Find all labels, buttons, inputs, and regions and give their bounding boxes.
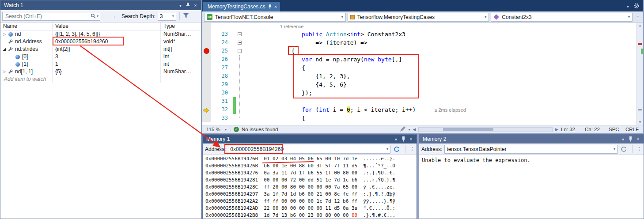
code-line[interactable]: 32 for (int i = 0; i < iterate; i++)≤ 2m… bbox=[202, 106, 643, 114]
breakpoint-margin[interactable] bbox=[202, 89, 211, 97]
search-box[interactable]: ▾ bbox=[2, 12, 100, 21]
address-chevron-icon[interactable]: ▾ bbox=[386, 147, 388, 151]
watch-value[interactable]: 0x000002556b194260 bbox=[53, 38, 161, 45]
zoom-select[interactable]: 115 % ▾ bbox=[205, 126, 228, 133]
code-line[interactable]: 25 { bbox=[202, 47, 643, 55]
outlining-margin[interactable] bbox=[236, 38, 243, 47]
memory1-address-input[interactable] bbox=[230, 146, 385, 152]
breakpoint-margin[interactable] bbox=[202, 38, 211, 47]
code-line[interactable]: 29 {4, 5, 6} bbox=[202, 80, 643, 89]
search-options-chevron-icon[interactable]: ▾ bbox=[97, 14, 98, 18]
outlining-margin[interactable] bbox=[236, 47, 243, 55]
watch-value[interactable] bbox=[53, 76, 161, 83]
code-line[interactable]: 26 var nd = np.array(new byte[,] bbox=[202, 55, 643, 64]
memory-row[interactable]: 0x000002556B19428Cff 20 00 80 00 00 00 0… bbox=[205, 184, 417, 191]
memory2-address-combo[interactable]: tensor.TensorDataPointer ▾ bbox=[444, 145, 617, 154]
collapse-region-icon[interactable] bbox=[238, 41, 242, 45]
codelens-row[interactable]: 1 reference bbox=[202, 23, 643, 30]
horizontal-scrollbar-thumb[interactable] bbox=[443, 128, 494, 131]
memory1-titlebar[interactable]: Memory 1 ▾ × bbox=[203, 135, 417, 143]
horizontal-scrollbar[interactable] bbox=[418, 127, 553, 132]
search-input[interactable] bbox=[5, 13, 91, 19]
code-editor[interactable]: 1 reference23 public Action<int> Constan… bbox=[202, 23, 643, 125]
code-line[interactable]: 23 public Action<int> Constant2x3 bbox=[202, 30, 643, 38]
scroll-up-icon[interactable]: ▲ bbox=[637, 23, 643, 28]
memory-row[interactable]: 0x000002556B19426Bb6 00 1e 00 88 b0 3f 5… bbox=[205, 162, 417, 170]
column-header-type[interactable]: Type bbox=[161, 23, 201, 30]
memory-row[interactable]: 0x000002556B1942973a 1f 7d 1d b6 00 21 0… bbox=[205, 191, 417, 198]
breakpoint-margin[interactable] bbox=[202, 47, 211, 55]
watch-value[interactable]: {int[2]} bbox=[53, 45, 161, 53]
vertical-scrollbar[interactable]: ▲ ▼ bbox=[636, 23, 643, 125]
collapse-arrow-icon[interactable]: ◢ bbox=[1, 45, 8, 53]
memory2-content[interactable]: Unable to evaluate the expression. bbox=[419, 155, 644, 219]
refresh-icon[interactable] bbox=[393, 146, 401, 152]
window-menu-icon[interactable]: ▾ bbox=[177, 2, 184, 9]
collapse-region-icon[interactable] bbox=[238, 49, 242, 53]
breakpoint-margin[interactable] bbox=[202, 97, 211, 106]
memory-row[interactable]: 0x000002556B19428100 00 00 72 00 dd 51 1… bbox=[205, 177, 417, 184]
watch-row[interactable]: ▷nd{[[1, 2, 3], [4, 5, 6]]}NumShar… bbox=[0, 30, 201, 38]
scroll-left-icon[interactable]: ◀ bbox=[413, 127, 416, 132]
watch-value[interactable]: {5} bbox=[53, 68, 161, 76]
scroll-down-icon[interactable]: ▼ bbox=[637, 120, 643, 125]
issues-status[interactable]: No issues found bbox=[242, 127, 278, 132]
breakpoint-margin[interactable] bbox=[202, 114, 211, 122]
toolbar-overflow-icon[interactable]: ⋮ bbox=[410, 146, 414, 152]
settings-gear-icon[interactable] bbox=[633, 3, 640, 10]
tab-memorytestingcases[interactable]: MemoryTestingCases.cs × bbox=[203, 2, 280, 11]
watch-value[interactable]: 3 bbox=[53, 53, 161, 60]
outlining-margin[interactable] bbox=[236, 23, 243, 30]
search-depth-select[interactable]: 3 ▾ bbox=[158, 12, 176, 21]
code-line[interactable]: 30 }); bbox=[202, 89, 643, 97]
breakpoint-margin[interactable] bbox=[202, 72, 211, 80]
watch-row[interactable]: [0]3int bbox=[0, 53, 201, 60]
memory-row[interactable]: 0x000002556B1942760a 3a 11 7d 1f b6 55 1… bbox=[205, 170, 417, 177]
add-watch-placeholder[interactable]: Add item to watch bbox=[0, 76, 46, 83]
splitter-icon[interactable]: ≡ bbox=[634, 13, 641, 22]
breakpoint-margin[interactable] bbox=[202, 64, 211, 72]
refresh-icon[interactable] bbox=[620, 146, 628, 152]
watch-value[interactable]: 1 bbox=[53, 60, 161, 68]
memory-row[interactable]: 0x000002556B1942AD22 00 80 00 00 00 00 1… bbox=[205, 205, 417, 212]
address-chevron-icon[interactable]: ▾ bbox=[614, 147, 615, 151]
watch-row[interactable]: Add item to watch bbox=[0, 76, 201, 83]
memory-row[interactable]: 0x000002556B19426001 02 03 04 05 06 65 0… bbox=[205, 155, 417, 162]
column-header-value[interactable]: Value bbox=[53, 23, 161, 30]
watch-row[interactable]: nd.Address0x000002556b194260void* bbox=[0, 38, 201, 45]
watch-row[interactable]: [1]1int bbox=[0, 60, 201, 68]
memory-dump[interactable]: 0x000002556B19426001 02 03 04 05 06 65 0… bbox=[203, 155, 417, 219]
code-cleanup-icon[interactable] bbox=[400, 126, 405, 133]
pin-icon[interactable] bbox=[400, 136, 407, 143]
code-line[interactable]: 28 {1, 2, 3}, bbox=[202, 72, 643, 80]
code-line[interactable]: 33 { bbox=[202, 114, 643, 122]
expand-arrow-icon[interactable]: ▷ bbox=[1, 30, 8, 38]
outlining-margin[interactable] bbox=[236, 30, 243, 38]
breakpoint-margin[interactable] bbox=[202, 106, 211, 114]
tab-list-chevron-icon[interactable]: ▾ bbox=[627, 4, 629, 9]
pin-icon[interactable] bbox=[184, 2, 192, 9]
search-icon[interactable] bbox=[91, 12, 96, 20]
expand-arrow-icon[interactable]: ▷ bbox=[1, 68, 8, 76]
breakpoint-margin[interactable] bbox=[202, 55, 211, 64]
collapse-region-icon[interactable] bbox=[238, 32, 242, 36]
watch-value[interactable]: {[[1, 2, 3], [4, 5, 6]]} bbox=[53, 30, 161, 38]
toolbar-overflow-icon[interactable]: ⋮ bbox=[637, 146, 641, 152]
scroll-right-icon[interactable]: ▶ bbox=[555, 127, 558, 132]
memory-row[interactable]: 0x000002556B1942B81d 7d 13 b6 00 23 00 8… bbox=[205, 212, 417, 219]
code-line[interactable]: 31 bbox=[202, 97, 643, 106]
watch-row[interactable]: ▷nd[1, 1]{5}NumShar… bbox=[0, 68, 201, 76]
search-next-icon[interactable]: → bbox=[110, 13, 117, 19]
window-menu-icon[interactable]: ▾ bbox=[619, 136, 627, 143]
cleanup-chevron-icon[interactable]: ▾ bbox=[408, 128, 410, 132]
breakpoint-margin[interactable] bbox=[202, 30, 211, 38]
close-icon[interactable]: × bbox=[407, 136, 415, 143]
breakpoint-margin[interactable] bbox=[202, 80, 211, 89]
column-header-name[interactable]: Name bbox=[0, 23, 53, 30]
code-line[interactable]: 24 => (iterate) => bbox=[202, 38, 643, 47]
memory2-titlebar[interactable]: Memory 2 ▾ × bbox=[419, 135, 644, 143]
search-prev-icon[interactable]: ← bbox=[101, 13, 109, 19]
watch-row[interactable]: ◢nd.strides{int[2]}int[] bbox=[0, 45, 201, 53]
memory-row[interactable]: 0x000002556B1942A2ff ff 00 00 00 00 1c 7… bbox=[205, 198, 417, 205]
filter-icon[interactable] bbox=[183, 12, 189, 20]
